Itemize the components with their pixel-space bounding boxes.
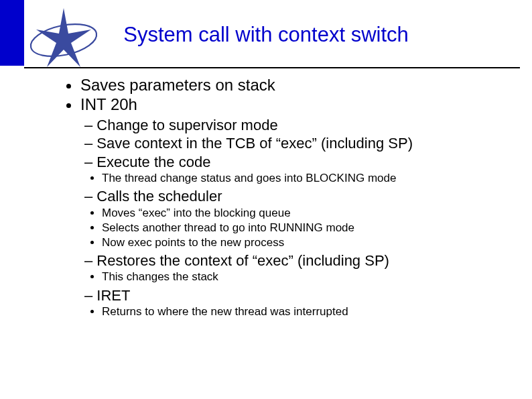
bullet-item: Restores the context of “exec” (includin… [84, 251, 509, 270]
header-divider [24, 67, 520, 68]
bullet-item: Returns to where the new thread was inte… [102, 304, 509, 319]
bullet-list-level3: Returns to where the new thread was inte… [60, 304, 509, 319]
bullet-item: Saves parameters on stack [80, 75, 509, 95]
bullet-item: Execute the code [84, 153, 509, 172]
bullet-item: The thread change status and goes into B… [102, 171, 509, 186]
bullet-list-level3: The thread change status and goes into B… [60, 171, 509, 186]
bullet-list-level2: Change to supervisor mode Save context i… [60, 116, 509, 172]
bullet-item: Calls the scheduler [84, 187, 509, 206]
slide-title: System call with context switch [0, 23, 532, 47]
bullet-list-level3: Moves “exec” into the blocking queue Sel… [60, 206, 509, 250]
bullet-item: Moves “exec” into the blocking queue [102, 206, 509, 221]
bullet-item: Now exec points to the new process [102, 235, 509, 250]
slide-body: Saves parameters on stack INT 20h Change… [60, 75, 509, 319]
bullet-item: Selects another thread to go into RUNNIN… [102, 221, 509, 235]
bullet-item: IRET [84, 286, 509, 305]
bullet-list-level2: IRET [60, 286, 509, 305]
bullet-list-level2: Calls the scheduler [60, 187, 509, 206]
bullet-item: This changes the stack [102, 270, 509, 284]
bullet-list-level1: Saves parameters on stack INT 20h [60, 75, 509, 115]
bullet-list-level2: Restores the context of “exec” (includin… [60, 251, 509, 270]
bullet-item: Save context in the TCB of “exec” (inclu… [84, 134, 509, 153]
bullet-item: Change to supervisor mode [84, 116, 509, 135]
bullet-list-level3: This changes the stack [60, 270, 509, 284]
slide: System call with context switch Saves pa… [0, 0, 532, 399]
bullet-item: INT 20h [80, 95, 509, 114]
